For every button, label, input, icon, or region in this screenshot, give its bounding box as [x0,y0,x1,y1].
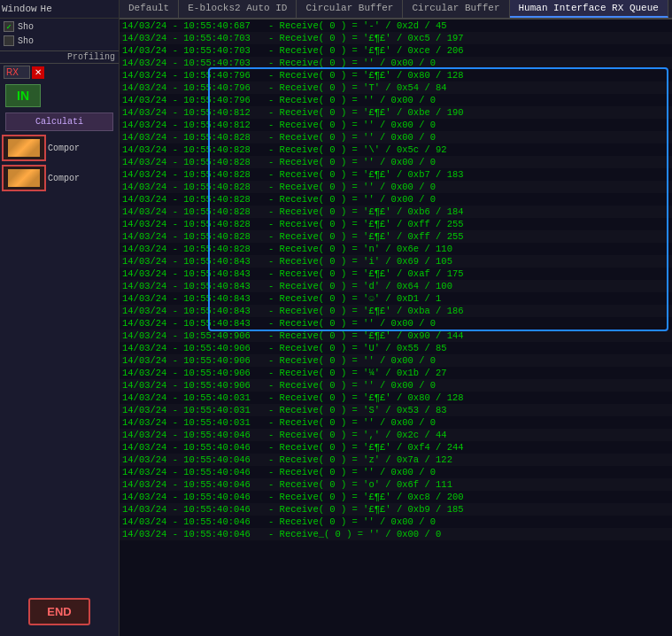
log-message: - Receive( 0 ) = 'o' / 0x6f / 111 [267,479,670,490]
log-timestamp: 14/03/24 - 10:55:40:046 [121,492,267,502]
log-row: 14/03/24 - 10:55:40:828- Receive( 0 ) = … [120,193,672,206]
end-section: END [0,587,119,636]
log-timestamp: 14/03/24 - 10:55:40:906 [121,343,267,353]
log-message: - Receive( 0 ) = '£¶£' / 0x90 / 144 [267,330,670,341]
end-button[interactable]: END [28,598,90,625]
in-button[interactable]: IN [5,84,41,107]
tab-human-interface[interactable]: Human Interface RX Queue [510,0,668,18]
log-row: 14/03/24 - 10:55:40:046- Receive( 0 ) = … [120,516,672,528]
log-timestamp: 14/03/24 - 10:55:40:828 [121,194,267,205]
log-timestamp: 14/03/24 - 10:55:40:046 [121,479,267,490]
tab-default[interactable]: Default [120,0,179,18]
log-timestamp: 14/03/24 - 10:55:40:906 [121,355,267,366]
log-row: 14/03/24 - 10:55:40:828- Receive( 0 ) = … [120,168,672,181]
log-timestamp: 14/03/24 - 10:55:40:031 [121,405,267,415]
log-row: 14/03/24 - 10:55:40:828- Receive( 0 ) = … [120,230,672,243]
log-row: 14/03/24 - 10:55:40:906- Receive( 0 ) = … [120,354,672,367]
log-message: - Receive( 0 ) = '' / 0x00 / 0 [267,95,670,105]
log-row: 14/03/24 - 10:55:40:828- Receive( 0 ) = … [120,131,672,143]
log-message: - Receive( 0 ) = '£¶£' / 0xf4 / 244 [267,442,670,453]
log-row: 14/03/24 - 10:55:40:703- Receive( 0 ) = … [120,57,672,69]
log-message: - Receive_( 0 ) = '' / 0x00 / 0 [267,529,670,539]
profiling-section: Profiling [0,50,119,64]
log-row: 14/03/24 - 10:55:40:812- Receive( 0 ) = … [120,119,672,131]
checkbox-row-1: Sho [4,20,115,33]
log-timestamp: 14/03/24 - 10:55:40:046 [121,529,267,539]
log-row: 14/03/24 - 10:55:40:046- Receive( 0 ) = … [120,478,672,491]
log-container[interactable]: 14/03/24 - 10:55:40:687- Receive( 0 ) = … [120,19,672,636]
component-area: Compor Compor [0,133,119,193]
log-row: 14/03/24 - 10:55:40:828- Receive( 0 ) = … [120,156,672,168]
tab-circular2[interactable]: Circular Buffer [403,0,509,18]
log-timestamp: 14/03/24 - 10:55:40:843 [121,256,267,267]
log-message: - Receive( 0 ) = '' / 0x00 / 0 [267,467,670,477]
log-message: - Receive( 0 ) = '-' / 0x2d / 45 [267,20,670,31]
log-message: - Receive( 0 ) = '£¶£' / 0xb7 / 183 [267,169,670,180]
checkbox-show1[interactable] [4,21,14,32]
log-row: 14/03/24 - 10:55:40:046- Receive( 0 ) = … [120,454,672,466]
log-message: - Receive( 0 ) = ',' / 0x2c / 44 [267,430,670,440]
log-timestamp: 14/03/24 - 10:55:40:906 [121,380,267,391]
menu-window[interactable]: Window [2,4,37,14]
log-timestamp: 14/03/24 - 10:55:40:031 [121,417,267,428]
checkbox-row-2: Sho [4,35,115,47]
log-row: 14/03/24 - 10:55:40:046- Receive( 0 ) = … [120,441,672,454]
filter-close-button[interactable]: ✕ [32,66,44,79]
log-row: 14/03/24 - 10:55:40:906- Receive( 0 ) = … [120,342,672,354]
log-timestamp: 14/03/24 - 10:55:40:796 [121,70,267,81]
log-message: - Receive( 0 ) = '£¶£' / 0xff / 255 [267,231,670,242]
log-message: - Receive( 0 ) = '£¶£' / 0x80 / 128 [267,70,670,81]
log-row: 14/03/24 - 10:55:40:046- Receive( 0 ) = … [120,491,672,503]
log-timestamp: 14/03/24 - 10:55:40:031 [121,392,267,403]
log-message: - Receive( 0 ) = '£¶£' / 0xaf / 175 [267,268,670,279]
filter-input[interactable] [4,66,30,79]
log-row: 14/03/24 - 10:55:40:031- Receive( 0 ) = … [120,416,672,429]
calc-box[interactable]: Calculati [5,112,113,131]
log-timestamp: 14/03/24 - 10:55:40:046 [121,516,267,527]
log-message: - Receive( 0 ) = '£¶£' / 0xff / 255 [267,219,670,229]
checkbox-show2[interactable] [4,35,14,46]
log-message: - Receive( 0 ) = '' / 0x00 / 0 [267,157,670,167]
profiling-label: Profiling [67,52,115,62]
tab-eblocks2[interactable]: E-blocks2 Auto ID [179,0,297,18]
log-timestamp: 14/03/24 - 10:55:40:843 [121,268,267,279]
log-row: 14/03/24 - 10:55:40:046- Receive( 0 ) = … [120,429,672,441]
component-inner-2 [8,169,40,187]
log-message: - Receive( 0 ) = '£¶£' / 0xc5 / 197 [267,33,670,43]
log-message: - Receive( 0 ) = '£¶£' / 0x80 / 128 [267,392,670,403]
log-timestamp: 14/03/24 - 10:55:40:906 [121,368,267,378]
log-message: - Receive( 0 ) = '' / 0x00 / 0 [267,132,670,143]
sidebar-top: Sho Sho [0,19,119,49]
log-message: - Receive( 0 ) = '\' / 0x5c / 92 [267,144,670,155]
log-message: - Receive( 0 ) = '' / 0x00 / 0 [267,380,670,391]
log-message: - Receive( 0 ) = '' / 0x00 / 0 [267,58,670,68]
filter-row: ✕ [0,64,119,81]
log-timestamp: 14/03/24 - 10:55:40:828 [121,244,267,254]
log-row: 14/03/24 - 10:55:40:031- Receive( 0 ) = … [120,404,672,416]
log-row: 14/03/24 - 10:55:40:703- Receive( 0 ) = … [120,44,672,57]
log-message: - Receive( 0 ) = 'U' / 0x55 / 85 [267,343,670,353]
log-timestamp: 14/03/24 - 10:55:40:843 [121,318,267,329]
log-message: - Receive( 0 ) = '' / 0x00 / 0 [267,194,670,205]
log-timestamp: 14/03/24 - 10:55:40:703 [121,45,267,56]
log-message: - Receive( 0 ) = '¼' / 0x1b / 27 [267,368,670,378]
log-timestamp: 14/03/24 - 10:55:40:828 [121,144,267,155]
tab-circular1[interactable]: Circular Buffer [297,0,403,18]
log-timestamp: 14/03/24 - 10:55:40:796 [121,95,267,105]
log-row: 14/03/24 - 10:55:40:828- Receive( 0 ) = … [120,206,672,218]
log-row: 14/03/24 - 10:55:40:906- Receive( 0 ) = … [120,330,672,342]
log-row: 14/03/24 - 10:55:40:828- Receive( 0 ) = … [120,243,672,255]
log-row: 14/03/24 - 10:55:40:796- Receive( 0 ) = … [120,69,672,81]
log-message: - Receive( 0 ) = 'n' / 0x6e / 110 [267,244,670,254]
menu-he[interactable]: He [41,4,52,14]
log-row: 14/03/24 - 10:55:40:843- Receive( 0 ) = … [120,255,672,268]
log-timestamp: 14/03/24 - 10:55:40:906 [121,330,267,341]
log-message: - Receive( 0 ) = '' / 0x00 / 0 [267,120,670,130]
log-message: - Receive( 0 ) = '' / 0x00 / 0 [267,318,670,329]
log-row: 14/03/24 - 10:55:40:828- Receive( 0 ) = … [120,218,672,230]
sidebar: Window He Sho Sho Profiling ✕ IN Calcula… [0,0,120,636]
log-timestamp: 14/03/24 - 10:55:40:046 [121,430,267,440]
log-timestamp: 14/03/24 - 10:55:40:703 [121,33,267,43]
log-message: - Receive( 0 ) = '£¶£' / 0xba / 186 [267,306,670,316]
log-timestamp: 14/03/24 - 10:55:40:828 [121,231,267,242]
